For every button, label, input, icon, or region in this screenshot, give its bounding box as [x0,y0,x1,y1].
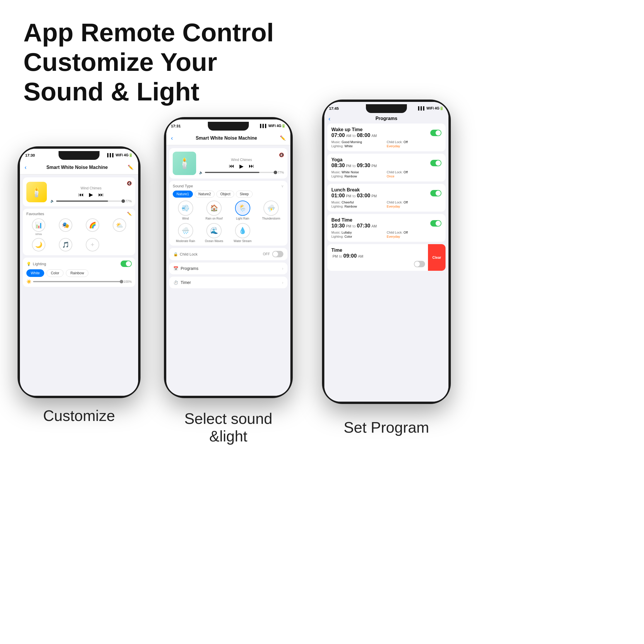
fav-label-white: White [35,233,42,236]
program-yoga-time: 08:30 PM to 09:30 PM [331,162,377,169]
phone3-header-title: Programs [376,116,398,121]
clear-button[interactable]: Clear [428,244,446,271]
fav-item-4[interactable]: ⛅ [107,218,132,236]
phone1-header-title: Smart White Noise Machine [46,165,108,170]
program-wakeup[interactable]: Wake up Time 07:00 AM to 08:00 AM [327,124,446,151]
back-arrow-p3[interactable]: ‹ [328,115,330,122]
sound-type-header: Sound Type ∨ [173,184,284,188]
fav-item-2[interactable]: 🎭 [53,218,78,236]
program-bedtime-details: Music: Lullaby Child Lock: Off Lighting:… [331,231,441,238]
fav-item-white[interactable]: 📊 White [26,218,51,236]
signal-icon-p3: ▌▌▌ [418,106,426,110]
back-arrow-p2[interactable]: ‹ [171,135,173,141]
tab-sleep[interactable]: Sleep [236,191,253,198]
wind-label: Wind [182,217,189,220]
sound-rain-roof[interactable]: 🏠 Rain on Roof [201,201,227,220]
phone2-playback: ⏮ ▶ ⏭ [199,163,284,169]
back-arrow-icon[interactable]: ‹ [25,164,27,171]
brightness-icon: ☀️ [26,279,31,284]
tab-object[interactable]: Object [216,191,234,198]
phone2-vol-row: 🔈 77% [199,171,284,174]
program-time-times: PM to 09:00 AM [331,253,425,259]
phone1-device-section: 🕯️ 🔇 Wind Chimes ⏮ ▶ ⏭ 🔈 [23,177,135,206]
program-yoga-header: Yoga 08:30 PM to 09:30 PM [331,157,441,169]
program-wakeup-details: Music: Good Morning Child Lock: Off Ligh… [331,140,441,148]
program-time-name: Time [331,248,425,253]
phone1-notch [59,151,100,160]
program-bedtime-name: Bed Time [331,217,377,223]
sound-moderate-rain[interactable]: 🌧️ Moderate Rain [173,223,198,243]
ocean-waves-label: Ocean Waves [205,239,223,243]
sound-wind[interactable]: 💨 Wind [173,201,198,220]
brightness-fill [33,281,122,282]
program-wakeup-time: 07:00 AM to 08:00 AM [331,132,377,138]
timer-icon: ⏱️ [173,280,178,285]
volume-row: 🔈 77% [50,199,132,203]
edit-icon[interactable]: ✏️ [128,165,133,170]
chevron-down-icon: ∨ [281,184,284,188]
light-btn-rainbow[interactable]: Rainbow [66,269,88,277]
lighting-toggle[interactable] [121,261,132,267]
child-lock-toggle[interactable] [272,251,283,257]
prev-p2[interactable]: ⏮ [229,163,234,169]
phone2-vol-track[interactable] [205,172,276,173]
program-lunch-toggle[interactable] [430,190,441,196]
thunderstorm-label: Thunderstorm [262,217,280,220]
fav-item-5[interactable]: 🌙 [26,238,51,252]
phone1-time: 17:30 [25,153,35,157]
fav-icon-2: 🎭 [59,218,72,232]
wifi-icon-p3: WiFi [427,106,434,110]
program-yoga[interactable]: Yoga 08:30 PM to 09:30 PM Musi [327,154,446,181]
battery-icon: 4G🔋 [124,153,133,157]
volume-thumb [121,199,125,203]
fav-item-add[interactable]: + [80,238,105,252]
program-lunch[interactable]: Lunch Break 01:00 PM to 03:00 PM [327,184,446,212]
sound-type-label: Sound Type [173,184,193,188]
timer-chevron-icon: › [282,280,283,285]
volume-track[interactable] [56,201,124,202]
edit-fav-icon[interactable]: ✏️ [127,212,132,216]
tab-nature2[interactable]: Nature2 [195,191,215,198]
program-time-toggle[interactable] [414,261,425,267]
sound-ocean-waves[interactable]: 🌊 Ocean Waves [201,223,227,243]
program-wakeup-toggle[interactable] [430,130,441,136]
program-bedtime-left: Bed Time 10:30 PM to 07:30 AM [331,217,377,229]
phone2-device: 17:31 ▌▌▌ WiFi 4G🔋 ‹ Smart White Noise M… [164,117,293,398]
next-icon[interactable]: ⏭ [98,192,104,198]
lighting-buttons: White Color Rainbow [26,269,132,277]
program-wakeup-header: Wake up Time 07:00 AM to 08:00 AM [331,127,441,138]
light-btn-white[interactable]: White [26,269,44,277]
play-icon[interactable]: ▶ [89,191,93,198]
sound-light-rain[interactable]: 🌦️ Light Rain [230,201,256,220]
caption-phone1: Customize [18,407,141,424]
programs-list-item[interactable]: 📅 Programs › [169,263,287,274]
program-lunch-header: Lunch Break 01:00 PM to 03:00 PM [331,187,441,199]
prev-icon[interactable]: ⏮ [78,192,84,198]
fav-item-6[interactable]: 🎵 [53,238,78,252]
phone2-status-icons: ▌▌▌ WiFi 4G🔋 [260,124,286,128]
program-yoga-toggle[interactable] [430,160,441,166]
edit-icon-p2[interactable]: ✏️ [280,135,286,141]
next-p2[interactable]: ⏭ [249,163,254,169]
mute-icon-p2[interactable]: 🔇 [279,153,284,157]
tab-nature1[interactable]: Nature1 [173,191,193,198]
fav-item-3[interactable]: 🌈 [80,218,105,236]
wind-icon: 💨 [178,201,193,216]
program-bedtime[interactable]: Bed Time 10:30 PM to 07:30 AM [327,214,446,242]
phone2-device-img: 🕯️ [173,152,196,175]
brightness-track[interactable] [33,281,122,282]
phone1-lighting: 💡 Lighting White Color Rainbow ☀️ [23,258,135,287]
mute-icon[interactable]: 🔇 [127,181,132,186]
light-btn-color[interactable]: Color [47,269,64,277]
vol-icon-p2: 🔈 [199,171,203,174]
play-p2[interactable]: ▶ [239,163,244,169]
sound-water-stream[interactable]: 💧 Water Stream [230,223,256,243]
thunderstorm-icon: ⛈️ [263,201,279,216]
sound-thunderstorm[interactable]: ⛈️ Thunderstorm [258,201,284,220]
timer-list-item[interactable]: ⏱️ Timer › [169,277,287,288]
phone1-device: 17:30 ▌▌▌ WiFi 4G🔋 ‹ Smart White Noise M… [18,146,141,398]
rain-roof-icon: 🏠 [206,201,222,216]
program-bedtime-toggle[interactable] [430,220,441,227]
caption-phone2: Select sound &light [164,410,293,445]
phone2-header: ‹ Smart White Noise Machine ✏️ [166,132,290,145]
